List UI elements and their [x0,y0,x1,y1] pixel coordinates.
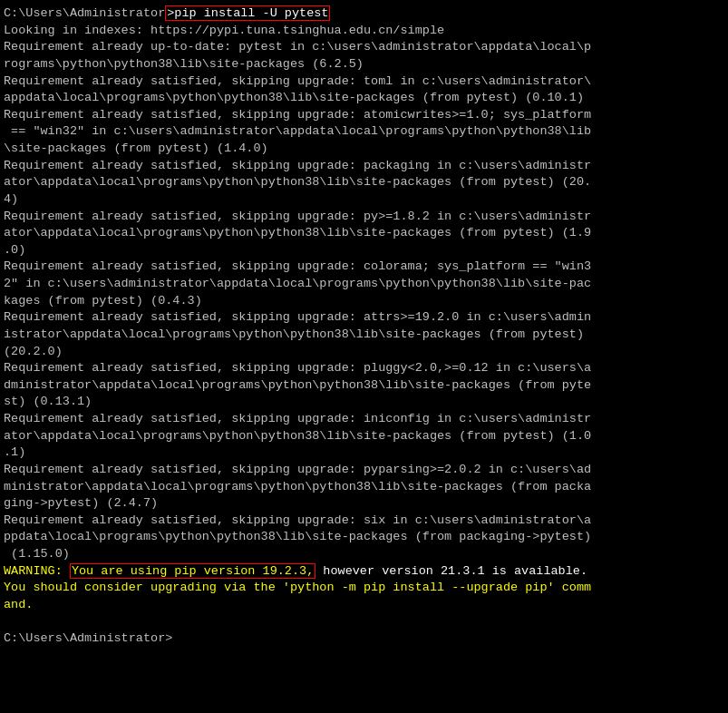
warning-rest: however version 21.3.1 is available. [315,564,587,578]
terminal-line-8: Requirement already satisfied, skipping … [4,259,724,309]
terminal-line-3: Requirement already up-to-date: pytest i… [4,39,724,73]
terminal-line-7: Requirement already satisfied, skipping … [4,209,724,259]
prompt-1: C:\Users\Administrator [4,6,165,20]
terminal-line-10: Requirement already satisfied, skipping … [4,360,724,411]
terminal-warning-line: WARNING: You are using pip version 19.2.… [4,563,724,581]
terminal-line-12: Requirement already satisfied, skipping … [4,462,724,513]
terminal-line-2: Looking in indexes: https://pypi.tuna.ts… [4,23,724,40]
terminal-warning-line2: You should consider upgrading via the 'p… [4,580,724,613]
terminal-line-5: Requirement already satisfied, skipping … [4,107,724,158]
warning-version-highlight: You are using pip version 19.2.3, [70,563,315,579]
terminal-line-11: Requirement already satisfied, skipping … [4,411,724,462]
terminal-line-1: C:\Users\Administrator>pip install -U py… [4,5,724,23]
terminal-line-13: Requirement already satisfied, skipping … [4,513,724,563]
terminal-empty-line [4,614,724,631]
terminal-final-prompt[interactable]: C:\Users\Administrator> [4,630,724,648]
terminal-window: C:\Users\Administrator>pip install -U py… [0,0,728,713]
warning-label: WARNING: [4,564,70,578]
terminal-line-4: Requirement already satisfied, skipping … [4,73,724,107]
command-highlight: >pip install -U pytest [165,5,330,21]
terminal-line-9: Requirement already satisfied, skipping … [4,309,724,360]
terminal-line-6: Requirement already satisfied, skipping … [4,158,724,209]
